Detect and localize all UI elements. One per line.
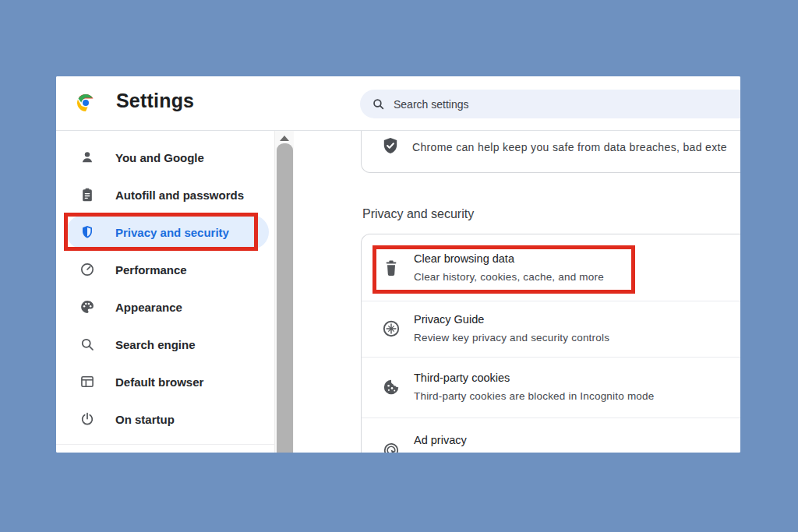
sidebar-item-label: Search engine [115,338,196,351]
privacy-security-card: Clear browsing data Clear history, cooki… [361,234,740,453]
sidebar-item-label: Autofill and passwords [115,188,244,202]
ad-privacy-icon [382,441,401,453]
sidebar-item-appearance[interactable]: Appearance [56,288,275,326]
sidebar-item-on-startup[interactable]: On startup [56,400,275,438]
sidebar-item-label: On startup [115,413,175,426]
search-settings-input[interactable]: Search settings [360,90,740,118]
autofill-icon [79,187,95,203]
row-privacy-guide[interactable]: Privacy Guide Review key privacy and sec… [362,301,740,357]
person-icon [79,150,95,165]
page-title: Settings [116,90,194,112]
default-browser-icon [79,374,95,389]
row-title: Third-party cookies [414,368,654,387]
sidebar-item-autofill[interactable]: Autofill and passwords [56,176,275,213]
sidebar-scrollbar[interactable] [274,131,294,453]
chrome-logo [76,93,95,112]
row-title: Ad privacy [414,431,467,449]
cookie-icon [382,378,401,396]
trash-icon [382,259,401,277]
row-ad-privacy[interactable]: Ad privacy [362,417,740,453]
row-third-party-cookies[interactable]: Third-party cookies Third-party cookies … [362,357,740,417]
safety-check-banner: Chrome can help keep you safe from data … [361,131,740,173]
section-heading: Privacy and security [362,206,474,223]
sidebar-item-label: You and Google [115,151,204,164]
sidebar-item-default-browser[interactable]: Default browser [56,363,275,400]
scrollbar-up-arrow-icon[interactable] [280,136,289,141]
sidebar-item-privacy-and-security[interactable]: Privacy and security [56,213,275,251]
scrollbar-thumb[interactable] [277,143,293,453]
sidebar-item-performance[interactable]: Performance [56,251,275,288]
row-title: Clear browsing data [414,249,604,268]
privacy-shield-icon [79,224,95,240]
row-subtitle: Third-party cookies are blocked in Incog… [414,387,654,406]
settings-window: Settings Search settings You and Google [56,76,740,453]
sidebar-nav: You and Google Autofill and passwords Pr… [56,131,295,453]
safety-banner-text: Chrome can help keep you safe from data … [412,139,727,155]
safety-shield-icon [381,136,400,155]
performance-icon [79,262,95,277]
sidebar-item-label: Privacy and security [115,226,229,239]
sidebar-item-label: Performance [115,263,187,277]
appearance-icon [79,299,95,315]
search-engine-icon [79,336,95,352]
row-subtitle: Review key privacy and security controls [414,329,609,347]
sidebar-item-label: Appearance [115,301,182,314]
row-title: Privacy Guide [414,310,609,329]
sidebar-item-you-and-google[interactable]: You and Google [56,139,275,176]
sidebar-item-search-engine[interactable]: Search engine [56,326,275,363]
search-icon [372,97,385,111]
sidebar-item-label: Default browser [115,375,203,389]
on-startup-icon [79,411,95,427]
row-subtitle: Clear history, cookies, cache, and more [414,268,604,287]
search-placeholder: Search settings [394,98,469,111]
sidebar-divider [56,444,275,445]
compass-icon [382,319,401,338]
row-clear-browsing-data[interactable]: Clear browsing data Clear history, cooki… [362,234,740,301]
settings-header: Settings Search settings [56,76,740,131]
